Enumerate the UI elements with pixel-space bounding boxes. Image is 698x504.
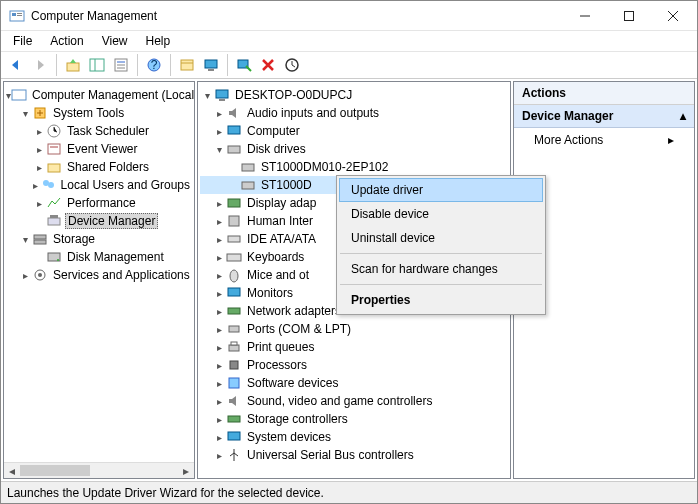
services-icon <box>32 267 48 283</box>
expand-icon[interactable]: ▸ <box>18 270 32 281</box>
scroll-left-icon[interactable]: ◂ <box>4 463 20 478</box>
ctx-update-driver[interactable]: Update driver <box>339 178 543 202</box>
tree-storage[interactable]: ▾Storage <box>6 230 192 248</box>
system-device-icon <box>226 429 242 445</box>
expand-icon[interactable]: ▸ <box>32 126 46 137</box>
scan-hardware-button[interactable] <box>233 54 255 76</box>
performance-icon <box>46 195 62 211</box>
svg-rect-42 <box>228 146 240 153</box>
ctx-uninstall-device[interactable]: Uninstall device <box>339 226 543 250</box>
actions-more[interactable]: More Actions ▸ <box>514 128 694 152</box>
menu-help[interactable]: Help <box>138 32 179 50</box>
help-button[interactable]: ? <box>143 54 165 76</box>
tree-shared-folders[interactable]: ▸Shared Folders <box>6 158 192 176</box>
device-audio[interactable]: ▸Audio inputs and outputs <box>200 104 508 122</box>
scope-tree[interactable]: ▾Computer Management (Local ▾System Tool… <box>4 82 194 288</box>
menu-file[interactable]: File <box>5 32 40 50</box>
svg-rect-31 <box>48 218 60 225</box>
view-button[interactable] <box>176 54 198 76</box>
computer-icon <box>226 123 242 139</box>
ctx-disable-device[interactable]: Disable device <box>339 202 543 226</box>
processor-icon <box>226 357 242 373</box>
collapse-icon[interactable]: ▾ <box>18 234 32 245</box>
svg-rect-20 <box>208 69 214 71</box>
disk-management-icon <box>46 249 62 265</box>
device-disk-drives[interactable]: ▾Disk drives <box>200 140 508 158</box>
toolbar-separator <box>170 54 171 76</box>
horizontal-scrollbar[interactable]: ◂ ▸ <box>4 462 194 478</box>
svg-rect-32 <box>50 215 58 218</box>
device-system[interactable]: ▸System devices <box>200 428 508 446</box>
collapse-icon[interactable]: ▾ <box>212 144 226 155</box>
context-separator <box>340 284 542 285</box>
device-ports[interactable]: ▸Ports (COM & LPT) <box>200 320 508 338</box>
device-usb[interactable]: ▸Universal Serial Bus controllers <box>200 446 508 464</box>
tree-root[interactable]: ▾Computer Management (Local <box>6 86 192 104</box>
expand-icon[interactable]: ▸ <box>32 180 40 191</box>
tree-performance[interactable]: ▸Performance <box>6 194 192 212</box>
menu-view[interactable]: View <box>94 32 136 50</box>
tree-task-scheduler[interactable]: ▸Task Scheduler <box>6 122 192 140</box>
show-hide-tree-button[interactable] <box>86 54 108 76</box>
svg-rect-52 <box>229 326 239 332</box>
tree-disk-management[interactable]: Disk Management <box>6 248 192 266</box>
actions-more-label: More Actions <box>534 133 603 147</box>
shared-folders-icon <box>46 159 62 175</box>
computer-management-icon <box>11 87 27 103</box>
statusbar: Launches the Update Driver Wizard for th… <box>1 481 697 503</box>
tree-device-manager[interactable]: Device Manager <box>6 212 192 230</box>
svg-rect-54 <box>231 342 237 345</box>
monitor-button[interactable] <box>200 54 222 76</box>
minimize-button[interactable] <box>563 1 607 31</box>
storage-icon <box>32 231 48 247</box>
scroll-right-icon[interactable]: ▸ <box>178 463 194 478</box>
device-disk1[interactable]: ST1000DM010-2EP102 <box>200 158 508 176</box>
svg-rect-9 <box>90 59 104 71</box>
ctx-properties[interactable]: Properties <box>339 288 543 312</box>
device-sound[interactable]: ▸Sound, video and game controllers <box>200 392 508 410</box>
svg-rect-28 <box>48 164 60 172</box>
scroll-thumb[interactable] <box>20 465 90 476</box>
actions-section[interactable]: Device Manager ▴ <box>514 105 694 128</box>
tree-local-users[interactable]: ▸Local Users and Groups <box>6 176 192 194</box>
svg-rect-56 <box>229 378 239 388</box>
close-button[interactable] <box>651 1 695 31</box>
up-one-level-button[interactable] <box>62 54 84 76</box>
forward-button[interactable] <box>29 54 51 76</box>
scroll-track[interactable] <box>90 463 178 478</box>
device-root[interactable]: ▾DESKTOP-O0DUPCJ <box>200 86 508 104</box>
delete-button[interactable] <box>257 54 279 76</box>
svg-rect-55 <box>230 361 238 369</box>
device-software[interactable]: ▸Software devices <box>200 374 508 392</box>
svg-rect-1 <box>12 13 16 16</box>
collapse-icon[interactable]: ▾ <box>200 90 214 101</box>
svg-rect-47 <box>228 236 240 242</box>
disk-drive-icon <box>240 159 256 175</box>
storage-controller-icon <box>226 411 242 427</box>
expand-icon[interactable]: ▸ <box>32 162 46 173</box>
local-users-icon <box>40 177 56 193</box>
tree-services-apps[interactable]: ▸Services and Applications <box>6 266 192 284</box>
expand-icon[interactable]: ▸ <box>32 198 46 209</box>
menu-action[interactable]: Action <box>42 32 91 50</box>
svg-rect-41 <box>228 126 240 134</box>
svg-rect-51 <box>228 308 240 314</box>
back-button[interactable] <box>5 54 27 76</box>
update-driver-button[interactable] <box>281 54 303 76</box>
device-storage-ctrl[interactable]: ▸Storage controllers <box>200 410 508 428</box>
maximize-button[interactable] <box>607 1 651 31</box>
device-computer[interactable]: ▸Computer <box>200 122 508 140</box>
ctx-scan-hardware[interactable]: Scan for hardware changes <box>339 257 543 281</box>
collapse-icon[interactable]: ▾ <box>18 108 32 119</box>
tree-system-tools[interactable]: ▾System Tools <box>6 104 192 122</box>
context-menu: Update driver Disable device Uninstall d… <box>336 175 546 315</box>
event-viewer-icon <box>46 141 62 157</box>
device-print[interactable]: ▸Print queues <box>200 338 508 356</box>
expand-icon[interactable]: ▸ <box>32 144 46 155</box>
svg-rect-19 <box>205 60 217 68</box>
device-processors[interactable]: ▸Processors <box>200 356 508 374</box>
properties-button[interactable] <box>110 54 132 76</box>
svg-rect-40 <box>219 99 225 101</box>
tree-event-viewer[interactable]: ▸Event Viewer <box>6 140 192 158</box>
status-text: Launches the Update Driver Wizard for th… <box>7 486 324 500</box>
